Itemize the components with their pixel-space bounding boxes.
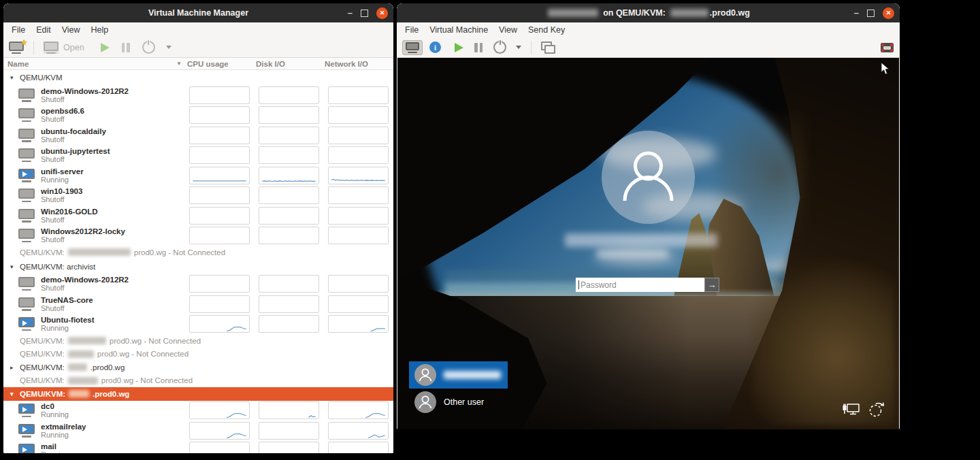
virtual-displays-icon[interactable] <box>541 42 555 53</box>
expander-icon[interactable]: ▸ <box>10 364 17 371</box>
vm-stats-cells <box>189 106 389 124</box>
vm-stats-cells <box>189 422 389 440</box>
vm-row-unifi-server[interactable]: unifi-serverRunning <box>3 165 393 186</box>
column-header-name[interactable]: Name▼ <box>3 60 187 68</box>
vm-row-openbsd6.6[interactable]: openbsd6.6Shutoff <box>3 105 393 126</box>
vm-text: ubuntu-focaldailyShutoff <box>41 127 106 144</box>
fullscreen-button[interactable] <box>881 43 894 52</box>
vm-row-windows2012r2-locky[interactable]: Windows2012R2-lockyShutoff <box>3 226 393 246</box>
network-io-graph <box>328 422 389 440</box>
connection-group-row[interactable]: ▾QEMU/KVM <box>3 70 393 85</box>
collapsed-connection-row[interactable]: ▸QEMU/KVM:.prod0.wg <box>3 361 393 374</box>
vmm-menu-file[interactable]: File <box>6 24 31 36</box>
open-button[interactable]: Open <box>44 42 84 54</box>
vmm-menu-edit[interactable]: Edit <box>31 24 56 36</box>
vm-name: Ubuntu-fiotest <box>41 316 95 324</box>
connection-label-suffix: .prod0.wg <box>91 363 125 372</box>
vm-row-demo-windows-2012r2[interactable]: demo-Windows-2012R2Shutoff <box>3 85 393 105</box>
vm-name: mail <box>41 442 69 450</box>
disk-io-graph <box>259 295 319 313</box>
network-io-graph <box>328 186 389 204</box>
redacted-user-tile-name <box>444 371 501 379</box>
new-vm-button[interactable]: ★ <box>9 42 24 54</box>
cpu-usage-graph <box>189 315 250 333</box>
sort-indicator-icon: ▼ <box>176 61 182 67</box>
maximize-button[interactable] <box>867 10 875 17</box>
network-status-icon[interactable] <box>842 401 861 418</box>
close-button[interactable]: ✕ <box>376 7 388 19</box>
disconnected-connection-row[interactable]: QEMU/KVM:prod0.wg - Not Connected <box>3 334 393 348</box>
console-titlebar[interactable]: on QEMU/KVM: .prod0.wg – ✕ <box>397 3 900 22</box>
vm-row-ubuntu-jupytertest[interactable]: ubuntu-jupytertestShutoff <box>3 146 393 166</box>
vm-status: Running <box>41 431 86 439</box>
disk-io-graph <box>259 207 319 225</box>
show-console-button[interactable] <box>402 40 423 55</box>
vm-stats-cells <box>189 186 389 204</box>
cpu-usage-graph <box>189 275 250 293</box>
vm-running-icon <box>18 444 35 453</box>
pause-button[interactable] <box>474 43 483 52</box>
vm-status: Shutoff <box>41 216 98 224</box>
person-icon <box>414 364 436 386</box>
vm-row-mail[interactable]: mailRunning <box>3 441 393 454</box>
toolbar-separator <box>33 41 34 54</box>
show-details-button[interactable]: i <box>429 42 441 53</box>
vmm-menu-view[interactable]: View <box>56 24 86 36</box>
vm-row-win10-1903[interactable]: win10-1903Shutoff <box>3 186 393 206</box>
console-toolbar: i <box>397 37 900 58</box>
vm-row-ubuntu-focaldaily[interactable]: ubuntu-focaldailyShutoff <box>3 125 393 146</box>
redacted-hostname <box>68 377 98 384</box>
redacted-vm-name <box>548 9 598 17</box>
password-input[interactable] <box>576 278 704 292</box>
vm-stats-cells <box>189 315 389 333</box>
vm-row-dc0[interactable]: dc0Running <box>3 401 393 421</box>
vm-text: extmailrelayRunning <box>41 423 86 439</box>
shutdown-button[interactable] <box>493 41 506 54</box>
shutdown-button[interactable] <box>142 41 155 54</box>
ease-of-access-icon[interactable] <box>867 401 886 418</box>
console-menu-view[interactable]: View <box>493 24 523 36</box>
vm-row-ubuntu-fiotest[interactable]: Ubuntu-fiotestRunning <box>3 314 393 335</box>
column-header-network-i-o[interactable]: Network I/O <box>325 60 385 68</box>
run-button[interactable] <box>455 43 463 52</box>
run-button[interactable] <box>101 43 110 52</box>
submit-password-button[interactable]: → <box>704 278 719 292</box>
cpu-usage-graph <box>189 227 250 244</box>
vm-row-truenas-core[interactable]: TrueNAS-coreShutoff <box>3 294 393 314</box>
console-menu-file[interactable]: File <box>399 24 424 36</box>
disconnected-connection-row[interactable]: QEMU/KVM:prod0.wg - Not Connected <box>3 348 393 361</box>
selected-connection-row[interactable]: ▾QEMU/KVM:.prod0.wg <box>3 387 393 401</box>
vm-console-window: on QEMU/KVM: .prod0.wg – ✕ FileVirtual M… <box>397 3 900 429</box>
expander-icon[interactable]: ▾ <box>10 74 17 81</box>
other-user-button[interactable]: Other user <box>444 397 484 407</box>
guest-display[interactable]: → Other user <box>397 58 899 429</box>
maximize-button[interactable] <box>361 10 368 17</box>
vm-stats-cells <box>189 275 389 293</box>
connection-group-row[interactable]: ▾QEMU/KVM: archivist <box>3 259 393 274</box>
console-menu-virtual-machine[interactable]: Virtual Machine <box>424 24 493 36</box>
vmm-menu-help[interactable]: Help <box>86 24 114 36</box>
disconnected-connection-row[interactable]: QEMU/KVM:prod0.wg - Not Connected <box>3 374 393 388</box>
vm-row-win2016-gold[interactable]: Win2016-GOLDShutoff <box>3 206 393 226</box>
disk-io-graph <box>259 227 319 244</box>
shutdown-menu-caret-icon[interactable] <box>516 46 521 49</box>
console-menu-send-key[interactable]: Send Key <box>523 24 570 36</box>
vm-row-demo-windows-2012r2[interactable]: demo-Windows-2012R2Shutoff <box>3 274 393 295</box>
expander-icon[interactable]: ▾ <box>10 391 17 397</box>
pause-button[interactable] <box>122 43 130 52</box>
column-header-disk-i-o[interactable]: Disk I/O <box>256 60 316 68</box>
user-avatar <box>602 131 695 224</box>
minimize-button[interactable]: – <box>854 10 859 16</box>
shutdown-menu-caret-icon[interactable] <box>166 46 172 49</box>
disconnected-connection-row[interactable]: QEMU/KVM:prod0.wg - Not Connected <box>3 246 393 259</box>
column-header-cpu-usage[interactable]: CPU usage <box>187 60 247 68</box>
console-menubar: FileVirtual MachineViewSend Key <box>397 22 900 37</box>
vmm-titlebar[interactable]: Virtual Machine Manager – ✕ <box>3 3 393 22</box>
close-button[interactable]: ✕ <box>883 7 894 19</box>
vm-stats-cells <box>189 86 389 104</box>
vm-running-icon <box>18 317 35 331</box>
minimize-button[interactable]: – <box>348 10 353 16</box>
new-star-icon: ★ <box>20 38 27 47</box>
vm-row-extmailrelay[interactable]: extmailrelayRunning <box>3 421 393 441</box>
expander-icon[interactable]: ▾ <box>10 263 17 270</box>
